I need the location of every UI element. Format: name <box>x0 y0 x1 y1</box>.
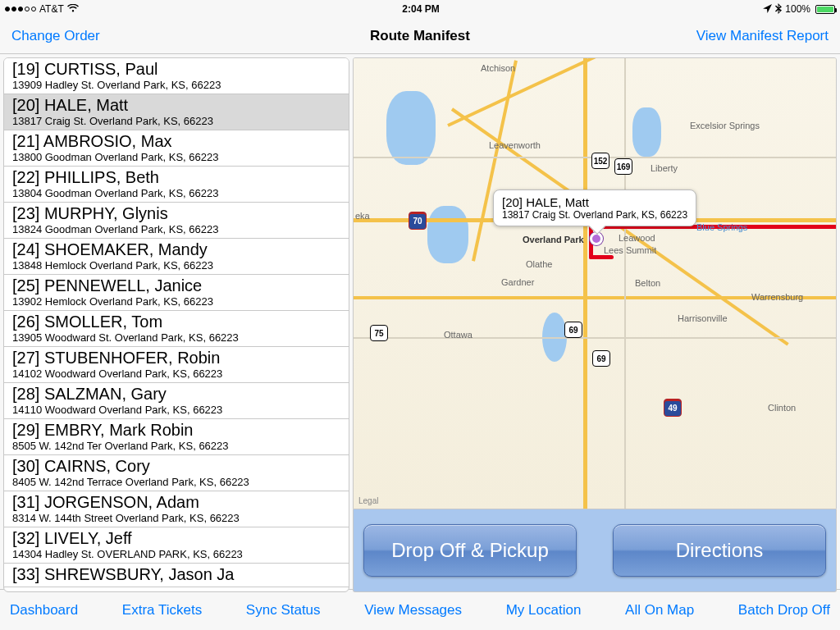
manifest-row[interactable]: [32] LIVELY, Jeff14304 Hadley St. OVERLA… <box>4 527 349 564</box>
toolbar-dashboard[interactable]: Dashboard <box>10 602 78 619</box>
callout-subtitle: 13817 Craig St. Overland Park, KS, 66223 <box>502 209 687 221</box>
manifest-row[interactable]: [25] PENNEWELL, Janice13902 Hemlock Over… <box>4 275 349 311</box>
bottom-toolbar: Dashboard Extra Tickets Sync Status View… <box>0 589 840 630</box>
interstate-70-shield: 70 <box>409 212 427 230</box>
row-subtitle: 8405 W. 142nd Terrace Overland Park, KS,… <box>12 476 340 488</box>
row-title: [25] PENNEWELL, Janice <box>12 276 340 295</box>
row-subtitle: 14110 Woodward Overland Park, KS, 66223 <box>12 404 340 416</box>
right-pane: [20] HALE, Matt 13817 Craig St. Overland… <box>353 57 837 592</box>
row-subtitle: 13848 Hemlock Overland Park, KS, 66223 <box>12 259 340 272</box>
status-left: AT&T <box>5 3 79 15</box>
row-title: [28] SALZMAN, Gary <box>12 385 340 404</box>
manifest-row[interactable]: [20] HALE, Matt13817 Craig St. Overland … <box>4 94 349 130</box>
manifest-row[interactable]: [29] EMBRY, Mark Robin8505 W. 142nd Ter … <box>4 419 349 455</box>
manifest-row[interactable]: [30] CAIRNS, Cory8405 W. 142nd Terrace O… <box>4 455 349 491</box>
row-subtitle: 13902 Hemlock Overland Park, KS, 66223 <box>12 295 340 308</box>
toolbar-my-location[interactable]: My Location <box>506 602 582 619</box>
city-warrensburg: Warrensburg <box>751 292 803 302</box>
city-ottawa: Ottawa <box>444 330 472 340</box>
battery-icon <box>815 5 835 14</box>
status-right: 100% <box>763 3 835 16</box>
toolbar-all-on-map[interactable]: All On Map <box>625 602 694 619</box>
manifest-list[interactable]: [19] CURTISS, Paul13909 Hadley St. Overl… <box>3 57 349 592</box>
manifest-row[interactable]: [19] CURTISS, Paul13909 Hadley St. Overl… <box>4 58 349 94</box>
row-title: [20] HALE, Matt <box>12 96 340 115</box>
row-subtitle: 13905 Woodward St. Overland Park, KS, 66… <box>12 331 340 344</box>
us-75-shield: 75 <box>370 325 388 341</box>
dropoff-pickup-button[interactable]: Drop Off & Pickup <box>363 524 577 577</box>
callout-title: [20] HALE, Matt <box>502 195 687 209</box>
row-title: [27] STUBENHOFER, Robin <box>12 349 340 368</box>
row-title: [32] LIVELY, Jeff <box>12 529 340 548</box>
manifest-row[interactable]: [33] SHREWSBURY, Jason Ja <box>4 564 349 587</box>
row-title: [19] CURTISS, Paul <box>12 60 340 79</box>
city-leavenworth: Leavenworth <box>489 140 541 150</box>
city-atchison: Atchison <box>481 63 515 73</box>
row-title: [22] PHILLIPS, Beth <box>12 168 340 187</box>
manifest-row[interactable]: [28] SALZMAN, Gary14110 Woodward Overlan… <box>4 383 349 419</box>
map[interactable]: [20] HALE, Matt 13817 Craig St. Overland… <box>353 57 837 509</box>
us-69-shield: 69 <box>564 322 582 338</box>
change-order-button[interactable]: Change Order <box>11 28 100 44</box>
city-harrisonville: Harrisonville <box>678 313 728 323</box>
toolbar-extra-tickets[interactable]: Extra Tickets <box>122 602 202 619</box>
toolbar-batch-drop-off[interactable]: Batch Drop Off <box>738 602 830 619</box>
city-lees: Lees Summit <box>604 245 656 255</box>
action-area: Drop Off & Pickup Directions <box>353 509 837 592</box>
city-gardner: Gardner <box>501 277 534 287</box>
status-bar: AT&T 2:04 PM 100% <box>0 0 840 18</box>
status-time: 2:04 PM <box>402 3 439 15</box>
city-leawood: Leawood <box>619 233 655 243</box>
battery-percent: 100% <box>785 3 810 15</box>
city-excelsior: Excelsior Springs <box>690 121 760 130</box>
signal-dots-icon <box>5 7 36 11</box>
toolbar-sync-status[interactable]: Sync Status <box>246 602 321 619</box>
row-subtitle: 13909 Hadley St. Overland Park, KS, 6622… <box>12 79 340 91</box>
us-69b-shield: 69 <box>592 350 610 367</box>
city-overland: Overland Park <box>523 235 584 244</box>
location-arrow-icon <box>763 4 772 15</box>
interstate-49-shield: 49 <box>664 399 682 417</box>
directions-button[interactable]: Directions <box>613 524 826 577</box>
city-eka: eka <box>355 211 370 221</box>
carrier-label: AT&T <box>39 3 64 15</box>
row-subtitle: 13824 Goodman Overland Park, KS, 66223 <box>12 223 340 235</box>
row-title: [31] JORGENSON, Adam <box>12 493 340 512</box>
city-belton: Belton <box>635 278 660 288</box>
city-liberty: Liberty <box>651 163 678 173</box>
manifest-row[interactable]: [31] JORGENSON, Adam8314 W. 144th Street… <box>4 491 349 527</box>
row-subtitle: 14304 Hadley St. OVERLAND PARK, KS, 6622… <box>12 548 340 560</box>
main-split: [19] CURTISS, Paul13909 Hadley St. Overl… <box>0 54 840 589</box>
row-subtitle: 8314 W. 144th Street Overland Park, KS, … <box>12 512 340 524</box>
row-subtitle: 13804 Goodman Overland Park, KS, 66223 <box>12 187 340 199</box>
nav-bar: Change Order Route Manifest View Manifes… <box>0 18 840 54</box>
row-subtitle: 13800 Goodman Overland Park, KS, 66223 <box>12 151 340 163</box>
row-title: [30] CAIRNS, Cory <box>12 457 340 476</box>
row-title: [33] SHREWSBURY, Jason Ja <box>12 565 340 584</box>
row-title: [29] EMBRY, Mark Robin <box>12 421 340 440</box>
manifest-row[interactable]: [21] AMBROSIO, Max13800 Goodman Overland… <box>4 130 349 167</box>
row-title: [21] AMBROSIO, Max <box>12 132 340 151</box>
manifest-row[interactable]: [24] SHOEMAKER, Mandy13848 Hemlock Overl… <box>4 239 349 275</box>
map-attribution: Legal <box>358 496 378 505</box>
manifest-row[interactable]: [22] PHILLIPS, Beth13804 Goodman Overlan… <box>4 167 349 203</box>
us-169-shield: 169 <box>614 158 632 175</box>
bluetooth-icon <box>775 3 782 16</box>
row-subtitle: 13817 Craig St. Overland Park, KS, 66223 <box>12 115 340 127</box>
row-title: [23] MURPHY, Glynis <box>12 204 340 223</box>
us-152-shield: 152 <box>591 153 609 169</box>
city-clinton: Clinton <box>768 403 796 413</box>
toolbar-view-messages[interactable]: View Messages <box>364 602 462 619</box>
city-blue: Blue Springs <box>696 222 747 232</box>
row-title: [24] SHOEMAKER, Mandy <box>12 240 340 259</box>
wifi-icon <box>67 4 79 14</box>
view-manifest-report-button[interactable]: View Manifest Report <box>696 28 829 44</box>
manifest-row[interactable]: [23] MURPHY, Glynis13824 Goodman Overlan… <box>4 203 349 239</box>
row-title: [26] SMOLLER, Tom <box>12 313 340 331</box>
manifest-row[interactable]: [27] STUBENHOFER, Robin14102 Woodward Ov… <box>4 347 349 383</box>
row-subtitle: 8505 W. 142nd Ter Overland Park, KS, 662… <box>12 440 340 452</box>
city-olathe: Olathe <box>526 259 552 269</box>
row-subtitle: 14102 Woodward Overland Park, KS, 66223 <box>12 368 340 380</box>
manifest-row[interactable]: [26] SMOLLER, Tom13905 Woodward St. Over… <box>4 311 349 347</box>
